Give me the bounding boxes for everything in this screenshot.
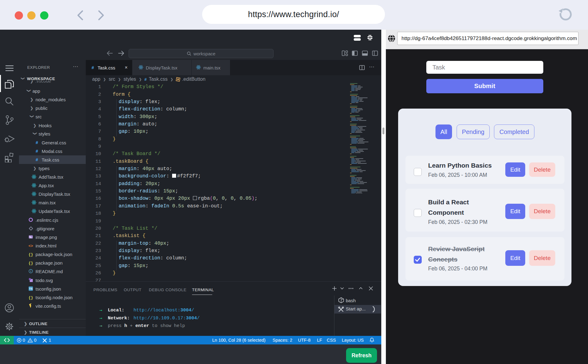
- svg-text:TS: TS: [29, 287, 33, 290]
